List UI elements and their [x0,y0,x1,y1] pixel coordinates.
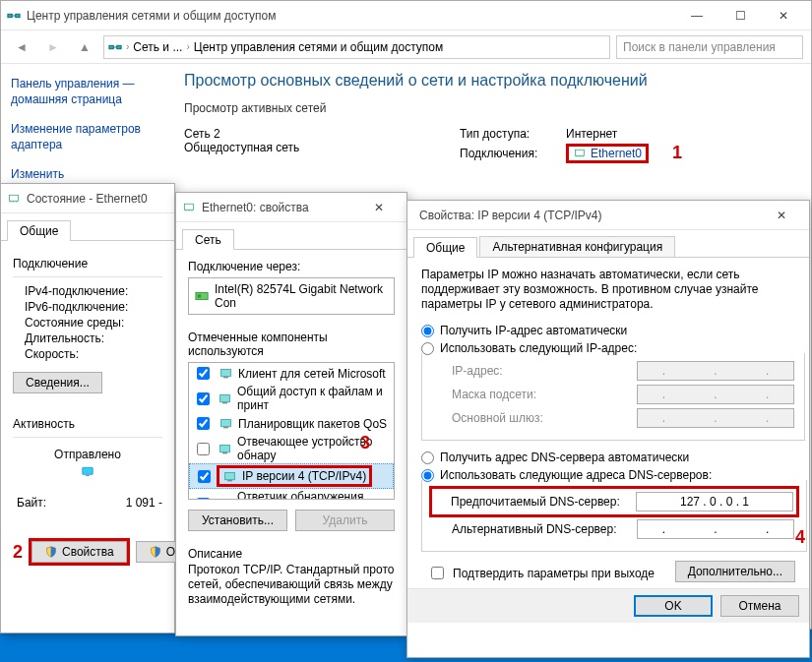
dns-alt-input[interactable]: ... [637,519,794,539]
ok-button[interactable]: OK [634,595,713,617]
row-ipv4: IPv4-подключение: [25,284,128,298]
ip-auto-radio[interactable] [421,325,434,337]
dns-preferred-input[interactable]: 127 . 0 . 0 . 1 [636,492,793,512]
component-label: IP версии 4 (TCP/IPv4) [242,469,366,483]
sidebar-adapter[interactable]: Изменение параметров адаптера [11,121,158,152]
component-checkbox[interactable] [197,443,210,455]
component-label: Клиент для сетей Microsoft [238,367,386,381]
component-checkbox[interactable] [197,417,210,430]
description-label: Описание [188,547,395,561]
advanced-button[interactable]: Дополнительно... [675,561,795,582]
svg-rect-17 [220,445,230,451]
dns-manual-radio[interactable] [421,469,434,482]
breadcrumb[interactable]: › Сеть и ... › Центр управления сетями и… [103,35,610,59]
component-checkbox[interactable] [197,392,210,405]
network-type: Общедоступная сеть [184,141,460,154]
dns-auto-label: Получить адрес DNS-сервера автоматически [440,451,689,464]
component-item[interactable]: IP версии 4 (TCP/IPv4) [189,463,394,489]
ipv4-dialog: Свойства: IP версии 4 (TCP/IPv4) ✕ Общие… [406,200,810,658]
tab-network[interactable]: Сеть [182,229,234,250]
svg-rect-19 [224,472,234,479]
back-button[interactable]: ◄ [9,34,34,60]
protocol-icon [219,417,232,431]
install-button[interactable]: Установить... [188,510,287,531]
component-checkbox[interactable] [198,470,211,483]
status-window: Состояние - Ethernet0 Общие Подключение … [0,183,175,633]
dns-preferred-label: Предпочитаемый DNS-сервер: [451,495,628,509]
component-item[interactable]: Планировщик пакетов QoS [189,413,394,434]
minimize-button[interactable]: — [675,1,718,30]
callout-4: 4 [795,527,805,548]
callout-1: 1 [672,143,682,163]
ethernet-icon [7,192,21,206]
connection-link-callout: Ethernet0 [566,144,649,163]
callout-2: 2 [13,542,23,563]
tab-general[interactable]: Общие [7,220,71,241]
svg-rect-10 [198,294,202,298]
maximize-button[interactable]: ☐ [718,1,762,30]
bytes-label: Байт: [17,496,46,510]
close-button[interactable]: ✕ [357,193,401,222]
components-label: Отмеченные компоненты используются [188,331,395,358]
tab-general[interactable]: Общие [413,237,477,258]
network-name: Сеть 2 [184,127,460,141]
sidebar-home[interactable]: Панель управления — домашняя страница [11,76,158,107]
protocol-icon [219,367,232,381]
search-input[interactable]: Поиск в панели управления [616,35,803,59]
ip-auto-label: Получить IP-адрес автоматически [440,324,627,337]
component-checkbox[interactable] [197,367,210,380]
svg-rect-18 [222,451,227,453]
svg-rect-2 [109,45,113,49]
connect-via-label: Подключение через: [188,260,395,273]
components-list[interactable]: Клиент для сетей MicrosoftОбщий доступ к… [188,362,395,500]
properties-button[interactable]: Свойства [31,541,127,563]
svg-rect-11 [220,369,230,376]
row-ipv6: IPv6-подключение: [25,300,128,314]
svg-rect-15 [220,419,230,426]
validate-checkbox[interactable] [431,567,444,579]
validate-label: Подтвердить параметры при выходе [453,567,655,580]
dns-preferred-callout: Предпочитаемый DNS-сервер: 127 . 0 . 0 .… [429,486,799,517]
component-label: Ответчик обнаружения тополог [237,490,390,500]
component-item[interactable]: Клиент для сетей Microsoft [189,363,394,384]
tab-alt[interactable]: Альтернативная конфигурация [479,236,675,257]
active-networks-label: Просмотр активных сетей [184,101,795,115]
connections-label: Подключения: [460,147,558,160]
svg-rect-20 [227,479,232,481]
ip-manual-radio[interactable] [421,342,434,355]
dns-manual-label: Использовать следующие адреса DNS-сервер… [440,468,712,482]
monitor-icon [81,465,94,479]
dns-auto-radio[interactable] [421,451,434,464]
dns-alt-label: Альтернативный DNS-сервер: [452,522,629,536]
window-controls: — ☐ ✕ [675,1,805,30]
svg-rect-4 [576,150,585,155]
details-button[interactable]: Сведения... [13,372,102,393]
close-button[interactable]: ✕ [760,201,803,230]
component-label: Планировщик пакетов QoS [238,417,387,431]
page-heading: Просмотр основных сведений о сети и наст… [184,72,795,90]
window-title: Свойства: IP версии 4 (TCP/IPv4) [419,209,760,222]
gateway-label: Основной шлюз: [452,411,629,425]
toolbar: ◄ ► ▲ › Сеть и ... › Центр управления се… [1,30,811,64]
protocol-icon [219,497,231,500]
svg-rect-14 [222,401,227,403]
shield-icon [149,545,162,559]
titlebar: Центр управления сетями и общим доступом… [1,1,811,30]
component-item[interactable]: Общий доступ к файлам и принт [189,384,394,413]
crumb-leaf[interactable]: Центр управления сетями и общим доступом [194,40,444,54]
protocol-icon [222,469,236,483]
bytes-sent: 1 091 - [126,496,162,510]
close-button[interactable]: ✕ [762,1,805,30]
connection-link[interactable]: Ethernet0 [573,147,642,160]
cancel-button[interactable]: Отмена [720,595,799,617]
component-checkbox[interactable] [197,498,210,501]
protocol-icon [219,391,231,405]
forward-button[interactable]: ► [40,34,66,60]
mask-label: Маска подсети: [452,388,629,401]
protocol-icon [219,442,231,455]
crumb-root[interactable]: Сеть и ... [133,40,182,54]
gateway-input: ... [637,408,794,428]
component-item[interactable]: Ответчик обнаружения тополог [189,489,394,500]
access-value: Интернет [566,127,617,141]
up-button[interactable]: ▲ [72,34,97,60]
